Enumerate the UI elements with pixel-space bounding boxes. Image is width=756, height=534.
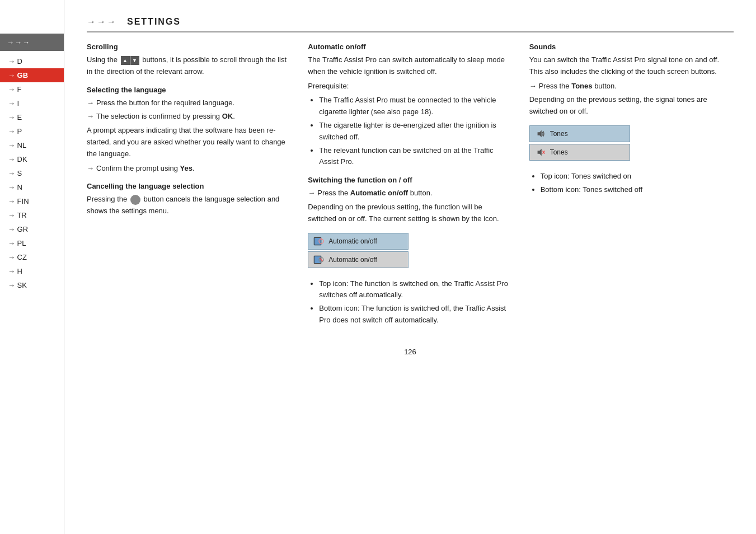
scrolling-body: Using the ▲ ▼ buttons, it is possible to… [87,54,291,78]
auto-prereq-3: The relevant function can be switched on… [319,145,512,168]
auto-button-off-label: Automatic on/off [328,256,377,264]
page-container: →→→ → D→ GB→ F→ I→ E→ P→ NL→ DK→ S→ N→ F… [0,0,756,534]
sounds-body: You can switch the Traffic Assist Pro si… [529,54,734,118]
cancel-lang-title: Cancelling the language selection [87,182,291,190]
svg-marker-9 [537,149,541,156]
speaker-off-icon [534,146,547,158]
sidebar-item-i[interactable]: → I [0,96,64,110]
auto-off-icon [313,254,325,266]
scroll-up-button[interactable]: ▲ [121,56,130,65]
tones-bullet-on: Top icon: Tones switched on [541,171,734,182]
cancel-lang-body: Pressing the button cancels the language… [87,194,291,217]
auto-prereq-1: The Traffic Assist Pro must be connected… [319,95,512,118]
sidebar-item-e[interactable]: → E [0,110,64,124]
column-1: Scrolling Using the ▲ ▼ buttons, it is p… [87,43,291,331]
sidebar-item-d[interactable]: → D [0,54,64,68]
main-content: →→→ SETTINGS Scrolling Using the ▲ ▼ but… [64,0,756,534]
svg-rect-5 [314,256,321,263]
arrow-icon-2: → [87,111,94,123]
sidebar-item-sk[interactable]: → SK [0,278,64,292]
auto-button-on-label: Automatic on/off [328,237,377,245]
sounds-arrow: → Press the Tones button. [529,81,734,92]
tones-button-on-label: Tones [550,130,568,138]
scroll-down-button[interactable]: ▼ [130,56,139,65]
sidebar-item-gb[interactable]: → GB [0,68,64,82]
sidebar-item-pl[interactable]: → PL [0,236,64,250]
arrow-icon-3: → [87,163,94,175]
tones-icon-bullets: Top icon: Tones switched on Bottom icon:… [529,171,734,196]
auto-prereq-2: The cigarette lighter is de-energized af… [319,120,512,143]
sidebar: →→→ → D→ GB→ F→ I→ E→ P→ NL→ DK→ S→ N→ F… [0,0,64,534]
switch-onoff-arrow: → Press the Automatic on/off button. [308,188,512,199]
tones-bullet-off: Bottom icon: Tones switched off [541,184,734,196]
svg-marker-8 [537,130,541,138]
home-icon [130,195,140,205]
select-language-title: Selecting the language [87,86,291,94]
switch-onoff-title: Switching the function on / off [308,176,512,184]
sidebar-item-cz[interactable]: → CZ [0,250,64,264]
select-language-body: → Press the button for the required lang… [87,97,291,175]
arrow-icon-1: → [87,97,94,109]
sidebar-item-n[interactable]: → N [0,180,64,194]
auto-button-on: Automatic on/off [308,233,408,250]
svg-rect-1 [314,238,321,245]
page-number: 126 [87,348,734,356]
tones-button-on: Tones [529,125,630,142]
auto-bullet-off: Bottom icon: The function is switched of… [319,303,512,326]
tones-button-off: Tones [529,144,630,161]
sidebar-header: →→→ [0,34,64,51]
auto-button-off: Automatic on/off [308,251,408,268]
content-columns: Scrolling Using the ▲ ▼ buttons, it is p… [87,43,734,331]
tones-button-off-label: Tones [550,148,568,156]
sidebar-item-f[interactable]: → F [0,82,64,96]
sidebar-item-s[interactable]: → S [0,166,64,180]
page-header: →→→ SETTINGS [87,17,734,32]
page-title: SETTINGS [127,17,181,27]
sidebar-item-p[interactable]: → P [0,124,64,138]
column-3: Sounds You can switch the Traffic Assist… [529,43,734,331]
sidebar-item-dk[interactable]: → DK [0,152,64,166]
column-2: Automatic on/off The Traffic Assist Pro … [308,43,512,331]
auto-bullet-on: Top icon: The function is switched on, t… [319,278,512,302]
auto-on-icon [313,235,325,247]
switch-onoff-body: → Press the Automatic on/off button. Dep… [308,188,512,224]
arrow-icon-5: → [529,81,537,92]
auto-prerequisites: The Traffic Assist Pro must be connected… [308,95,512,168]
header-arrows: →→→ [87,17,117,27]
sidebar-item-nl[interactable]: → NL [0,138,64,152]
arrow-icon-4: → [308,188,315,199]
sidebar-item-h[interactable]: → H [0,264,64,278]
sidebar-nav: → D→ GB→ F→ I→ E→ P→ NL→ DK→ S→ N→ FIN→ … [0,54,64,292]
speaker-on-icon [534,128,547,140]
auto-icon-bullets: Top icon: The function is switched on, t… [308,278,512,326]
nav-buttons: ▲ ▼ [121,56,139,65]
select-lang-bullet-2: → The selection is confirmed by pressing… [87,111,291,123]
sounds-title: Sounds [529,43,734,51]
sidebar-item-fin[interactable]: → FIN [0,194,64,208]
auto-onoff-title: Automatic on/off [308,43,512,51]
select-lang-bullet-1: → Press the button for the required lang… [87,97,291,109]
scrolling-title: Scrolling [87,43,291,51]
auto-onoff-body: The Traffic Assist Pro can switch automa… [308,54,512,168]
sidebar-item-tr[interactable]: → TR [0,208,64,222]
select-lang-bullet-3: → Confirm the prompt using Yes. [87,163,291,175]
sidebar-item-gr[interactable]: → GR [0,222,64,236]
